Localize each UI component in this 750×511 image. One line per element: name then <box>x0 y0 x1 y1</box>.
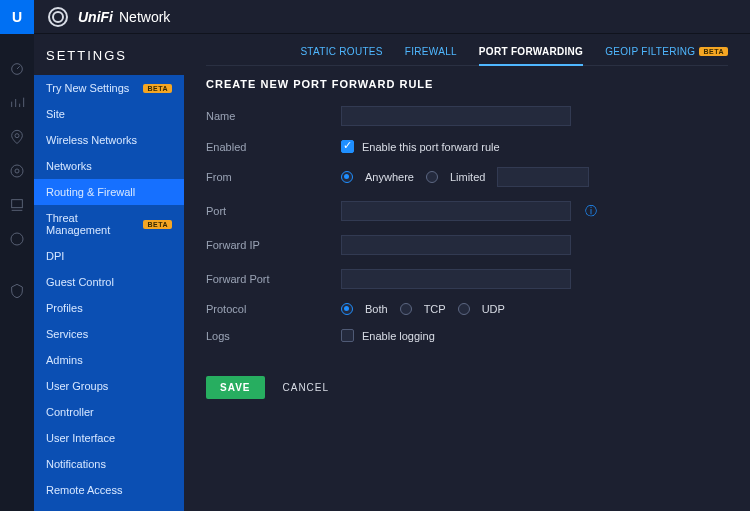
save-button[interactable]: SAVE <box>206 376 265 399</box>
tab-label: GEOIP FILTERING <box>605 46 695 57</box>
forward-port-input[interactable] <box>341 269 571 289</box>
sidebar-item-label: Controller <box>46 406 94 418</box>
label-name: Name <box>206 110 341 122</box>
from-limited-radio[interactable] <box>426 171 438 183</box>
forward-ip-input[interactable] <box>341 235 571 255</box>
sidebar-item-label: Threat Management <box>46 212 143 236</box>
sidebar-item-try-new-settings[interactable]: Try New SettingsBETA <box>34 75 184 101</box>
sidebar-item-controller[interactable]: Controller <box>34 399 184 425</box>
brand-logo[interactable]: U <box>0 0 34 34</box>
label-protocol: Protocol <box>206 303 341 315</box>
sidebar-item-remote-access[interactable]: Remote Access <box>34 477 184 503</box>
info-icon[interactable]: ⓘ <box>585 203 597 220</box>
page-title: CREATE NEW PORT FORWARD RULE <box>206 78 728 90</box>
logs-label: Enable logging <box>362 330 435 342</box>
port-forward-form: Name Enabled Enable this port forward ru… <box>206 106 728 342</box>
network-icon <box>48 7 68 27</box>
sidebar-item-guest-control[interactable]: Guest Control <box>34 269 184 295</box>
brand-name: UniFi <box>78 9 113 25</box>
tab-label: STATIC ROUTES <box>300 46 382 57</box>
sidebar-item-networks[interactable]: Networks <box>34 153 184 179</box>
sidebar-item-profiles[interactable]: Profiles <box>34 295 184 321</box>
tab-firewall[interactable]: FIREWALL <box>405 46 457 57</box>
sidebar-item-label: DPI <box>46 250 64 262</box>
brand-sub: Network <box>119 9 170 25</box>
proto-udp-radio[interactable] <box>458 303 470 315</box>
tabs: STATIC ROUTESFIREWALLPORT FORWARDINGGEOI… <box>206 46 728 66</box>
sidebar-item-label: Profiles <box>46 302 83 314</box>
devices-icon[interactable] <box>0 154 34 188</box>
from-limited-input[interactable] <box>497 167 589 187</box>
label-from: From <box>206 171 341 183</box>
logs-checkbox[interactable] <box>341 329 354 342</box>
tab-port-forwarding[interactable]: PORT FORWARDING <box>479 46 583 57</box>
security-icon[interactable] <box>0 274 34 308</box>
sidebar-item-notifications[interactable]: Notifications <box>34 451 184 477</box>
dashboard-icon[interactable] <box>0 52 34 86</box>
tab-geoip-filtering[interactable]: GEOIP FILTERINGBETA <box>605 46 728 57</box>
sidebar-item-user-groups[interactable]: User Groups <box>34 373 184 399</box>
enabled-label: Enable this port forward rule <box>362 141 500 153</box>
proto-tcp-label: TCP <box>424 303 446 315</box>
name-input[interactable] <box>341 106 571 126</box>
beta-badge: BETA <box>699 47 728 56</box>
port-input[interactable] <box>341 201 571 221</box>
label-forward-port: Forward Port <box>206 273 341 285</box>
label-enabled: Enabled <box>206 141 341 153</box>
icon-rail: U <box>0 0 34 511</box>
label-logs: Logs <box>206 330 341 342</box>
tab-label: FIREWALL <box>405 46 457 57</box>
label-port: Port <box>206 205 341 217</box>
sidebar-item-elite-device[interactable]: Elite Device <box>34 503 184 511</box>
proto-udp-label: UDP <box>482 303 505 315</box>
sidebar-item-user-interface[interactable]: User Interface <box>34 425 184 451</box>
sidebar-item-services[interactable]: Services <box>34 321 184 347</box>
sidebar-item-dpi[interactable]: DPI <box>34 243 184 269</box>
beta-badge: BETA <box>143 84 172 93</box>
sidebar-item-routing-firewall[interactable]: Routing & Firewall <box>34 179 184 205</box>
sidebar-item-label: Admins <box>46 354 83 366</box>
sidebar-item-threat-management[interactable]: Threat ManagementBETA <box>34 205 184 243</box>
svg-point-5 <box>11 233 23 245</box>
sidebar-item-label: Services <box>46 328 88 340</box>
sidebar-item-admins[interactable]: Admins <box>34 347 184 373</box>
svg-point-2 <box>11 165 23 177</box>
map-icon[interactable] <box>0 120 34 154</box>
tab-static-routes[interactable]: STATIC ROUTES <box>300 46 382 57</box>
proto-both-radio[interactable] <box>341 303 353 315</box>
sidebar-item-label: Remote Access <box>46 484 122 496</box>
topbar: UniFi Network <box>34 0 750 34</box>
sidebar-item-label: Notifications <box>46 458 106 470</box>
sidebar-item-label: Try New Settings <box>46 82 129 94</box>
label-forward-ip: Forward IP <box>206 239 341 251</box>
proto-tcp-radio[interactable] <box>400 303 412 315</box>
insights-icon[interactable] <box>0 222 34 256</box>
from-limited-label: Limited <box>450 171 485 183</box>
svg-point-3 <box>15 169 19 173</box>
settings-sidebar: SETTINGS Try New SettingsBETASiteWireles… <box>34 34 184 511</box>
proto-both-label: Both <box>365 303 388 315</box>
beta-badge: BETA <box>143 220 172 229</box>
sidebar-item-label: Site <box>46 108 65 120</box>
content-area: STATIC ROUTESFIREWALLPORT FORWARDINGGEOI… <box>184 34 750 511</box>
from-anywhere-radio[interactable] <box>341 171 353 183</box>
sidebar-item-label: User Interface <box>46 432 115 444</box>
enabled-checkbox[interactable] <box>341 140 354 153</box>
cancel-button[interactable]: CANCEL <box>283 382 330 393</box>
sidebar-item-label: Networks <box>46 160 92 172</box>
stats-icon[interactable] <box>0 86 34 120</box>
sidebar-item-wireless-networks[interactable]: Wireless Networks <box>34 127 184 153</box>
sidebar-item-site[interactable]: Site <box>34 101 184 127</box>
sidebar-item-label: Routing & Firewall <box>46 186 135 198</box>
tab-label: PORT FORWARDING <box>479 46 583 57</box>
clients-icon[interactable] <box>0 188 34 222</box>
sidebar-item-label: Wireless Networks <box>46 134 137 146</box>
svg-rect-4 <box>12 200 23 208</box>
sidebar-item-label: User Groups <box>46 380 108 392</box>
from-anywhere-label: Anywhere <box>365 171 414 183</box>
settings-heading: SETTINGS <box>34 34 184 75</box>
svg-point-1 <box>15 134 19 138</box>
sidebar-item-label: Guest Control <box>46 276 114 288</box>
